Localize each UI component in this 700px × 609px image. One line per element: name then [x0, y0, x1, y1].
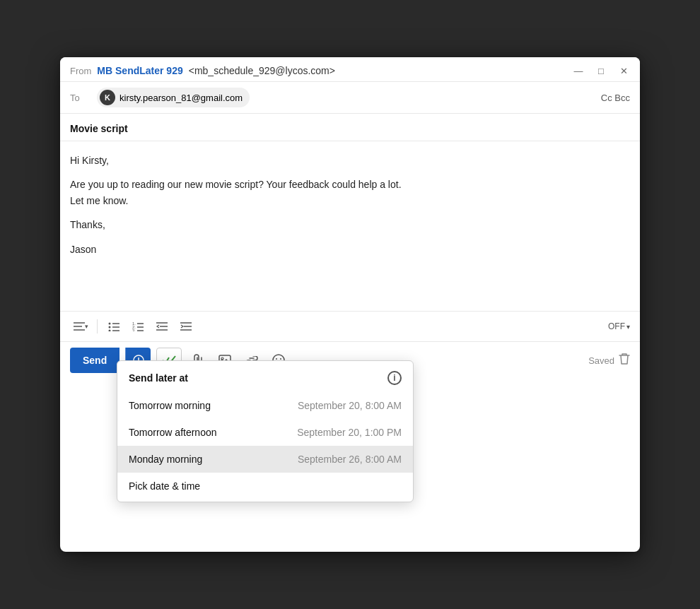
option-tomorrow-afternoon[interactable]: Tomorrow afternoon September 20, 1:00 PM — [117, 419, 413, 446]
from-section: From MB SendLater 929 <mb_schedule_929@l… — [70, 65, 335, 76]
sender-name: MB SendLater 929 — [97, 65, 182, 76]
saved-status: Saved — [588, 353, 630, 368]
subject-row: Movie script — [60, 114, 640, 141]
compose-window: From MB SendLater 929 <mb_schedule_929@l… — [60, 57, 640, 552]
sender-email: <mb_schedule_929@lycos.com> — [189, 65, 335, 76]
subject-text: Movie script — [70, 123, 128, 134]
to-label: To — [70, 93, 90, 103]
closing: Thanks, — [70, 217, 630, 232]
svg-point-27 — [276, 358, 277, 360]
svg-point-7 — [109, 330, 111, 332]
body-paragraph: Are you up to reading our new movie scri… — [70, 177, 630, 208]
close-button[interactable]: ✕ — [617, 64, 630, 77]
pick-date-time[interactable]: Pick date & time — [117, 473, 413, 502]
svg-point-25 — [221, 357, 223, 360]
svg-text:3.: 3. — [132, 329, 136, 331]
email-body[interactable]: Hi Kirsty, Are you up to reading our new… — [60, 141, 640, 311]
toolbar-separator — [97, 319, 98, 333]
minimize-button[interactable]: — — [572, 64, 585, 77]
recipient-email: kirsty.pearson_81@gmail.com — [119, 93, 243, 103]
chevron-down-icon: ▾ — [626, 323, 630, 331]
info-icon[interactable]: i — [387, 371, 402, 385]
trash-icon[interactable] — [619, 353, 630, 368]
recipient-tag[interactable]: K kirsty.pearson_81@gmail.com — [97, 88, 250, 107]
greeting: Hi Kirsty, — [70, 153, 630, 168]
formatting-toolbar: ▾ 1. 2. 3. — [60, 311, 640, 341]
panel-header: Send later at i — [117, 361, 413, 392]
maximize-button[interactable]: □ — [595, 64, 607, 77]
from-label: From — [70, 66, 91, 76]
send-later-panel: Send later at i Tomorrow morning Septemb… — [117, 360, 414, 502]
send-button[interactable]: Send — [70, 348, 119, 373]
svg-point-28 — [280, 358, 281, 360]
cc-bcc-button[interactable]: Cc Bcc — [601, 93, 630, 103]
title-bar: From MB SendLater 929 <mb_schedule_929@l… — [60, 57, 640, 82]
indent-decrease-icon[interactable] — [151, 316, 173, 337]
numbered-list-icon[interactable]: 1. 2. 3. — [127, 316, 148, 337]
signature: Jason — [70, 242, 630, 257]
indent-increase-icon[interactable] — [175, 316, 197, 337]
svg-point-3 — [109, 323, 111, 325]
svg-point-5 — [109, 326, 111, 329]
off-toggle[interactable]: OFF ▾ — [608, 321, 630, 331]
option-tomorrow-morning[interactable]: Tomorrow morning September 20, 8:00 AM — [117, 392, 413, 419]
window-controls: — □ ✕ — [572, 64, 630, 77]
align-icon[interactable]: ▾ — [70, 316, 91, 337]
avatar: K — [100, 90, 115, 105]
option-monday-morning[interactable]: Monday morning September 26, 8:00 AM — [117, 446, 413, 473]
bullet-list-icon[interactable] — [103, 316, 124, 337]
panel-title: Send later at — [129, 372, 188, 384]
to-row: To K kirsty.pearson_81@gmail.com Cc Bcc — [60, 82, 640, 114]
